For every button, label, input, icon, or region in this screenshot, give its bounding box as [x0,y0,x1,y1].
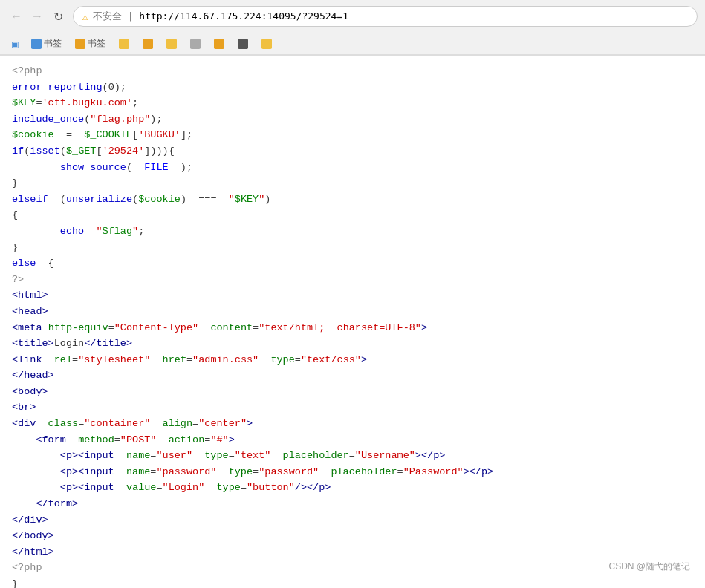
line-21: <body> [12,384,693,400]
address-text: 不安全 | http://114.67.175.224:14095/?29524… [93,10,348,23]
source-code: <?php error_reporting(0); $KEY='ctf.bugk… [12,63,693,588]
line-17: <meta http-equiv="Content-Type" content=… [12,320,693,336]
line-1: <?php [12,63,693,79]
warning-icon: ⚠ [82,11,88,22]
line-23: <div class="container" align="center"> [12,416,693,432]
bookmark-7[interactable] [209,37,229,50]
bookmark-7-icon [214,39,224,49]
line-26: <p><input name="password" type="password… [12,464,693,480]
bookmark-8-icon [238,39,248,49]
bookmark-5-icon [166,39,177,49]
forward-button[interactable]: → [28,7,46,25]
bookmark-9-icon [261,39,272,49]
bookmark-5[interactable] [162,37,181,50]
line-9: elseif (unserialize($cookie) === "$KEY") [12,192,693,208]
apps-icon: ▣ [12,38,18,50]
line-15: <html> [12,287,693,304]
csdn-watermark: CSDN @随弋的笔记 [608,561,690,573]
back-button[interactable]: ← [7,7,25,25]
line-12: } [12,240,693,256]
reload-button[interactable]: ↻ [49,7,67,25]
line-33: <?php [12,560,693,576]
line-22: <br> [12,399,693,416]
url-insecure-label: 不安全 [93,10,122,22]
bookmark-6-icon [190,39,201,49]
bookmark-6[interactable] [186,37,205,50]
csdn-label: CSDN @随弋的笔记 [608,561,690,572]
page-content: <?php error_reporting(0); $KEY='ctf.bugk… [0,56,705,588]
bookmark-3-icon [119,39,129,49]
line-3: $KEY='ctf.bugku.com'; [12,95,693,111]
line-8: } [12,175,693,192]
line-29: </div> [12,512,693,529]
line-28: </form> [12,496,693,512]
line-13: else { [12,255,693,272]
line-2: error_reporting(0); [12,79,693,96]
bookmark-2[interactable]: 书签 [71,36,110,51]
bookmarks-bar: ▣ 书签 书签 [0,33,705,55]
bookmark-1-label: 书签 [44,37,62,50]
bookmark-3[interactable] [114,37,134,50]
line-10: { [12,207,693,223]
line-34: } [12,576,693,588]
line-31: </html> [12,544,693,561]
line-6: if(isset($_GET['29524']))){ [12,143,693,160]
bookmark-9[interactable] [257,37,276,50]
bookmark-4[interactable] [138,37,157,50]
url-separator: | [128,10,140,22]
line-24: <form method="POST" action="#"> [12,432,693,448]
line-18: <title>Login</title> [12,336,693,352]
bookmark-4-icon [143,39,153,49]
line-11: echo "$flag"; [12,223,693,240]
bookmark-8[interactable] [233,37,253,50]
bookmark-1-icon [31,39,42,49]
bookmark-apps[interactable]: ▣ [7,36,22,51]
nav-buttons: ← → ↻ [7,7,67,25]
line-16: <head> [12,304,693,320]
url-full: http://114.67.175.224:14095/?29524=1 [139,10,348,22]
line-14: ?> [12,272,693,288]
line-19: <link rel="stylesheet" href="admin.css" … [12,352,693,368]
line-30: </body> [12,528,693,544]
bookmark-2-label: 书签 [88,37,105,50]
bookmark-1[interactable]: 书签 [27,36,66,51]
line-7: show_source(__FILE__); [12,160,693,176]
line-20: </head> [12,368,693,384]
bookmark-2-icon [75,39,85,49]
line-27: <p><input value="Login" type="button"/><… [12,480,693,496]
line-5: $cookie = $_COOKIE['BUGKU']; [12,127,693,143]
address-bar[interactable]: ⚠ 不安全 | http://114.67.175.224:14095/?295… [73,6,698,27]
browser-chrome: ← → ↻ ⚠ 不安全 | http://114.67.175.224:1409… [0,0,705,56]
line-4: include_once("flag.php"); [12,111,693,128]
browser-toolbar: ← → ↻ ⚠ 不安全 | http://114.67.175.224:1409… [0,0,705,33]
line-25: <p><input name="user" type="text" placeh… [12,448,693,464]
